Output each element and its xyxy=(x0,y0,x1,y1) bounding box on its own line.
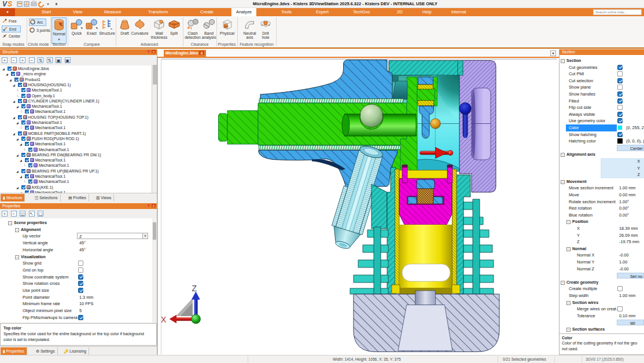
svg-text:V: V xyxy=(2,0,8,8)
svg-text:Z: Z xyxy=(192,284,197,293)
svg-text:S: S xyxy=(8,0,12,8)
svg-text:X: X xyxy=(161,315,167,324)
svg-text:KG: KG xyxy=(225,25,229,28)
